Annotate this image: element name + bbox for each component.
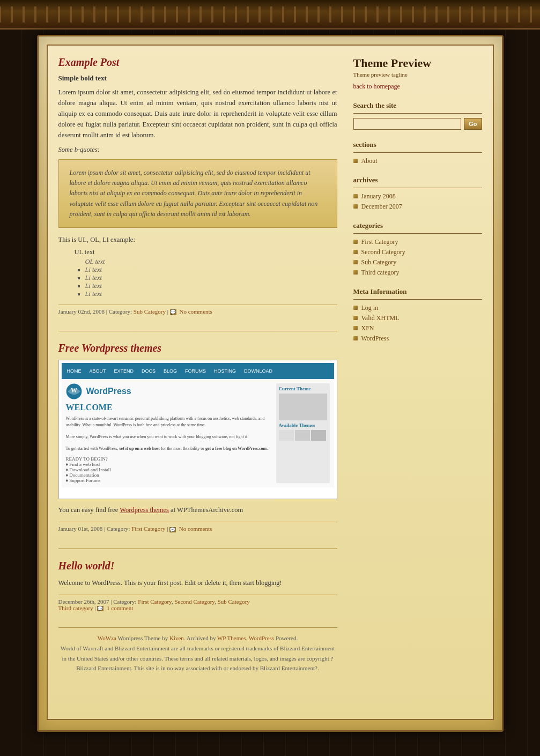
post-wordpress: Free Wordpress themes HOME ABOUT EXTEND … xyxy=(58,342,337,532)
bullet-icon xyxy=(353,194,359,199)
post-date-wordpress: January 01st, 2008 xyxy=(58,525,103,532)
post-example: Example Post Simple bold text Lorem ipsu… xyxy=(58,56,337,315)
main-content: Example Post Simple bold text Lorem ipsu… xyxy=(58,56,337,673)
wp-theme-thumb xyxy=(295,430,310,441)
search-divider xyxy=(353,113,482,114)
sidebar-link-third-category[interactable]: Third category xyxy=(361,269,400,277)
sidebar-category-third: Third category xyxy=(353,269,482,277)
footer-disclaimer: World of Warcraft and Blizzard Entertain… xyxy=(58,643,337,673)
post-category-link-wp[interactable]: First Category xyxy=(131,525,165,532)
footer-theme-link[interactable]: WoWza xyxy=(98,635,116,641)
sidebar-link-second-category[interactable]: Second Category xyxy=(361,248,405,256)
post-comment-link-hello[interactable]: 1 comment xyxy=(107,605,133,611)
sidebar-meta-login: Log in xyxy=(353,304,482,312)
top-border xyxy=(0,0,540,29)
wp-current-theme-label: Current Theme xyxy=(279,386,327,391)
wordpress-themes-link[interactable]: Wordpress themes xyxy=(120,506,169,514)
inner-frame: Example Post Simple bold text Lorem ipsu… xyxy=(47,45,494,720)
post-body-text-start: You can easy find free xyxy=(58,506,119,514)
search-button[interactable]: Go xyxy=(464,118,482,130)
post-category-link-hello-1[interactable]: First Category xyxy=(138,598,172,605)
sidebar-link-about[interactable]: About xyxy=(361,157,378,165)
post-category-link-hello-2[interactable]: Second Category xyxy=(174,598,214,605)
sidebar-category-first: First Category xyxy=(353,238,482,246)
sidebar-meta: Meta Information Log in Valid XHTML xyxy=(353,287,482,343)
wp-nav-item: FORUMS xyxy=(185,368,206,374)
bullet-icon xyxy=(353,336,359,342)
post-title-link-wordpress[interactable]: Free Wordpress themes xyxy=(58,342,162,354)
sections-divider xyxy=(353,152,482,153)
sidebar-meta-wordpress: WordPress xyxy=(353,335,482,343)
sidebar-link-sub-category[interactable]: Sub Category xyxy=(361,258,397,266)
page-frame: Example Post Simple bold text Lorem ipsu… xyxy=(37,35,504,732)
post-meta-wordpress: January 01st, 2008 | Category: First Cat… xyxy=(58,522,337,532)
footer-wp-link[interactable]: WordPress xyxy=(249,635,274,641)
sidebar-link-jan2008[interactable]: January 2008 xyxy=(361,192,396,201)
sidebar-search: Search the site Go xyxy=(353,101,482,130)
footer-kiven-link[interactable]: Kiven xyxy=(169,635,184,641)
wp-theme-preview xyxy=(279,394,327,420)
blog-tagline: Theme preview tagline xyxy=(353,71,482,78)
post-category-label-hello: Category: xyxy=(113,598,136,605)
wp-main-area: W WordPress WELCOME WordPress is a state… xyxy=(66,383,272,483)
post-body-text-end: at WPThemesArchive.com xyxy=(171,506,243,514)
wp-theme-thumb xyxy=(279,430,294,441)
bullet-icon xyxy=(353,326,359,331)
sidebar-link-wordpress[interactable]: WordPress xyxy=(361,335,389,343)
search-input[interactable] xyxy=(353,118,462,130)
list-item: Li text xyxy=(85,266,337,274)
wp-available-themes-label: Available Themes xyxy=(279,423,327,428)
bullet-icon xyxy=(353,250,359,255)
bullet-icon xyxy=(353,204,359,210)
post-meta-hello: December 26th, 2007 | Category: First Ca… xyxy=(58,595,337,611)
wp-screenshot: HOME ABOUT EXTEND DOCS BLOG FORUMS HOSTI… xyxy=(58,360,337,499)
post-title-link-hello[interactable]: Hello world! xyxy=(58,560,115,572)
post-bold-text: Simple bold text xyxy=(58,74,337,83)
post-category-link[interactable]: Sub Category xyxy=(134,308,166,315)
sidebar-archive-jan2008: January 2008 xyxy=(353,192,482,201)
post-comment-link-wp[interactable]: No comments xyxy=(179,525,212,532)
wp-nav-bar: HOME ABOUT EXTEND DOCS BLOG FORUMS HOSTI… xyxy=(62,363,334,379)
site-footer: WoWza Wordpress Theme by Kiven. Archived… xyxy=(58,627,337,673)
ul-example: UL text OL text Li text Li text Li text … xyxy=(75,248,337,298)
sidebar-link-xhtml[interactable]: Valid XHTML xyxy=(361,314,400,322)
sidebar: Theme Preview Theme preview tagline back… xyxy=(353,56,482,673)
post-category-label: Category: xyxy=(109,308,132,315)
sidebar-categories: categories First Category Second Categor… xyxy=(353,221,482,277)
ol-text-label: OL text xyxy=(85,258,337,266)
post-date: January 02nd, 2008 xyxy=(58,308,105,315)
post-body-example: Lorem ipsum dolor sit amet, consectetur … xyxy=(58,87,337,140)
sidebar-archives: archives January 2008 December 2007 xyxy=(353,176,482,211)
footer-wpthemes-link[interactable]: WP Themes xyxy=(217,635,246,641)
sidebar-link-xfn[interactable]: XFN xyxy=(361,324,374,332)
sidebar-category-second: Second Category xyxy=(353,248,482,256)
sidebar-archive-dec2007: December 2007 xyxy=(353,203,482,211)
sidebar-link-dec2007[interactable]: December 2007 xyxy=(361,203,402,211)
bullet-icon xyxy=(353,260,359,265)
wp-body-description: WordPress is a state-of-the-art semantic… xyxy=(66,416,272,451)
bullet-icon xyxy=(353,240,359,245)
sidebar-link-login[interactable]: Log in xyxy=(361,304,379,312)
blog-title: Theme Preview xyxy=(353,56,482,70)
search-label: Search the site xyxy=(353,101,482,110)
post-comment-link[interactable]: No comments xyxy=(179,308,212,315)
footer-powered-text: Powered. xyxy=(276,635,298,641)
li-list: Li text Li text Li text Li text xyxy=(85,266,337,298)
post-body-wordpress: You can easy find free Wordpress themes … xyxy=(58,505,337,515)
bullet-icon xyxy=(353,306,359,311)
sidebar-link-first-category[interactable]: First Category xyxy=(361,238,398,246)
ul-text-label: UL text xyxy=(75,248,337,256)
meta-divider xyxy=(353,299,482,300)
post-extra-category-hello[interactable]: Third category xyxy=(58,605,93,611)
top-border-pattern xyxy=(0,6,540,23)
blog-header: Theme Preview Theme preview tagline back… xyxy=(353,56,482,91)
bullet-icon xyxy=(353,159,359,164)
bullet-icon xyxy=(353,316,359,321)
wp-logo-icon: W xyxy=(66,383,82,399)
archives-divider xyxy=(353,188,482,188)
post-category-link-hello-3[interactable]: Sub Category xyxy=(218,598,250,605)
back-to-homepage-link[interactable]: back to homepage xyxy=(353,83,400,90)
content-area: Example Post Simple bold text Lorem ipsu… xyxy=(58,56,482,673)
wp-logo-text: WordPress xyxy=(86,387,131,396)
post-title-link-example[interactable]: Example Post xyxy=(58,56,120,68)
